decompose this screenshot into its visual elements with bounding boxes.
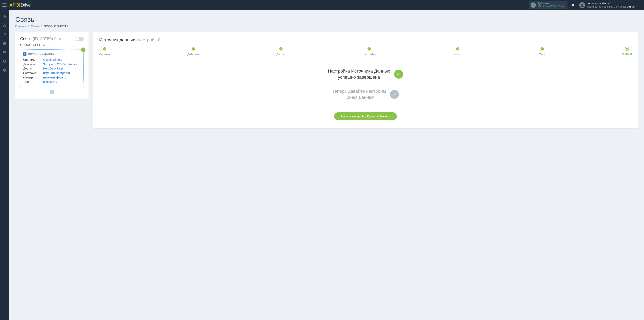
topbar: APIXDrive i Действия: 25'191 из 50'000 (… bbox=[0, 0, 644, 10]
step-dot bbox=[540, 47, 544, 51]
step-label: Финиш bbox=[622, 52, 632, 56]
user-text: demo_apix-drive_s2 Тариф |Старт| до опла… bbox=[587, 2, 635, 8]
check-icon bbox=[280, 48, 282, 50]
nav-help[interactable] bbox=[0, 66, 9, 74]
connection-subtitle: GOOGLE SHEETS bbox=[20, 43, 84, 47]
source-row-key: Система bbox=[23, 58, 40, 62]
source-title: 1 ИСТОЧНИК ДАННЫХ bbox=[23, 52, 81, 56]
connection-title: Связь bbox=[20, 37, 31, 41]
source-row: ДоступHelp Desk User bbox=[23, 67, 81, 71]
svg-rect-2 bbox=[5, 26, 6, 27]
source-row: Тестпроверить bbox=[23, 80, 81, 84]
step-действие[interactable]: Действие bbox=[187, 47, 199, 56]
chevron-down-icon[interactable] bbox=[639, 4, 642, 7]
sitemap-icon bbox=[3, 24, 6, 27]
connection-header: Связь (ID: 39750) bbox=[20, 37, 62, 41]
nav-connections[interactable] bbox=[0, 21, 9, 29]
step-тест[interactable]: Тест bbox=[539, 47, 545, 56]
start-destination-button[interactable]: Начать настройку Приема Данных bbox=[334, 112, 397, 120]
source-heading: ИСТОЧНИК ДАННЫХ bbox=[28, 53, 56, 56]
user-tariff: Тариф |Старт| до оплаты осталось 305 дн bbox=[587, 5, 635, 9]
source-row-value[interactable]: Google Sheets bbox=[43, 58, 62, 62]
source-row-value[interactable]: Help Desk User bbox=[43, 67, 63, 71]
main-card: Источник данных (настройка) СистемаДейст… bbox=[93, 33, 638, 128]
user-menu[interactable]: demo_apix-drive_s2 Тариф |Старт| до опла… bbox=[579, 2, 635, 8]
source-row: Настройкиизменить настройки bbox=[23, 71, 81, 75]
step-настройки[interactable]: Настройки bbox=[362, 47, 376, 56]
source-row-value[interactable]: Загрузить СТРОКИ (новые) bbox=[43, 62, 80, 67]
actions-text: Действия: 25'191 из 50'000 (50%) bbox=[538, 2, 564, 8]
nav-work[interactable] bbox=[0, 39, 9, 47]
step-фильтр[interactable]: Фильтр bbox=[453, 47, 462, 56]
source-row-key: Действие bbox=[23, 62, 40, 67]
main-content: Связь Главная / Связи / GOOGLE SHEETS Св… bbox=[9, 10, 644, 134]
step-dot bbox=[625, 47, 629, 51]
svg-rect-0 bbox=[4, 24, 5, 25]
step-label: Тест bbox=[539, 53, 545, 56]
step-финиш[interactable]: Финиш bbox=[622, 47, 632, 56]
breadcrumb-links[interactable]: Связи bbox=[31, 25, 39, 28]
step-dot bbox=[102, 47, 107, 51]
connection-id: (ID: 39750) bbox=[32, 37, 53, 41]
bell-icon[interactable] bbox=[571, 3, 575, 7]
logo[interactable]: APIXDrive bbox=[9, 3, 30, 8]
briefcase-icon bbox=[3, 41, 6, 45]
step-dot bbox=[191, 47, 196, 51]
check-icon bbox=[392, 92, 396, 97]
plus-icon bbox=[51, 91, 53, 93]
nav-videos[interactable] bbox=[0, 48, 9, 56]
check-icon bbox=[192, 48, 195, 50]
source-row: Фильтризменить фильтр bbox=[23, 75, 81, 80]
actions-counter[interactable]: i Действия: 25'191 из 50'000 (50%) bbox=[529, 1, 568, 9]
status-success-line2: успешно завершена bbox=[328, 74, 390, 80]
nav-account[interactable] bbox=[0, 57, 9, 65]
step-label: Фильтр bbox=[453, 53, 462, 56]
nav-billing[interactable] bbox=[0, 30, 9, 38]
svg-rect-1 bbox=[3, 26, 4, 27]
source-row-value[interactable]: изменить фильтр bbox=[43, 75, 66, 80]
status-next-line2: Прием Данных bbox=[332, 94, 386, 101]
user-icon bbox=[3, 59, 6, 63]
source-row-key: Доступ bbox=[23, 67, 40, 71]
status-success: Настройка Источника Данных успешно завер… bbox=[99, 68, 632, 80]
step-label: Доступ bbox=[276, 53, 286, 56]
step-доступ[interactable]: Доступ bbox=[276, 47, 286, 56]
step-dot bbox=[367, 47, 371, 51]
logo-api: API bbox=[9, 3, 16, 8]
gear-icon[interactable] bbox=[58, 37, 62, 40]
copy-icon[interactable] bbox=[54, 37, 57, 40]
step-dot bbox=[279, 47, 283, 51]
check-icon bbox=[82, 49, 85, 51]
source-number: 1 bbox=[23, 52, 26, 56]
status-success-line1: Настройка Источника Данных bbox=[328, 68, 390, 74]
source-row-key: Тест bbox=[23, 80, 40, 84]
youtube-icon bbox=[3, 50, 6, 54]
actions-label: Действия: bbox=[538, 2, 564, 5]
step-система[interactable]: Система bbox=[99, 47, 110, 56]
source-row-key: Настройки bbox=[23, 71, 40, 75]
check-icon bbox=[104, 48, 106, 50]
source-block[interactable]: 1 ИСТОЧНИК ДАННЫХ СистемаGoogle SheetsДе… bbox=[20, 49, 84, 87]
step-label: Настройки bbox=[362, 53, 376, 56]
nav-home[interactable] bbox=[0, 12, 9, 20]
breadcrumb-home[interactable]: Главная bbox=[15, 25, 26, 28]
status-next-line1: Теперь давайте настроим bbox=[332, 88, 386, 94]
check-icon bbox=[456, 48, 459, 50]
step-dot bbox=[456, 47, 460, 51]
source-row-value[interactable]: проверить bbox=[43, 80, 57, 84]
main-title: Источник данных (настройка) bbox=[99, 37, 632, 43]
home-icon bbox=[3, 15, 6, 18]
actions-percent: (50%) bbox=[558, 5, 564, 8]
menu-toggle[interactable] bbox=[2, 4, 6, 7]
check-icon bbox=[396, 72, 401, 76]
status-next: Теперь давайте настроим Прием Данных bbox=[99, 88, 632, 100]
source-row-value[interactable]: изменить настройки bbox=[43, 71, 70, 75]
success-icon bbox=[394, 70, 403, 79]
dollar-icon bbox=[3, 33, 6, 36]
source-row: СистемаGoogle Sheets bbox=[23, 58, 81, 62]
step-label: Действие bbox=[187, 53, 199, 56]
add-block-button[interactable] bbox=[50, 90, 54, 94]
main-title-sub: (настройка) bbox=[136, 37, 160, 42]
connection-toggle[interactable] bbox=[75, 37, 84, 41]
connection-sidebar: Связь (ID: 39750) GOOGLE SHEETS 1 ИСТОЧН… bbox=[15, 33, 88, 99]
